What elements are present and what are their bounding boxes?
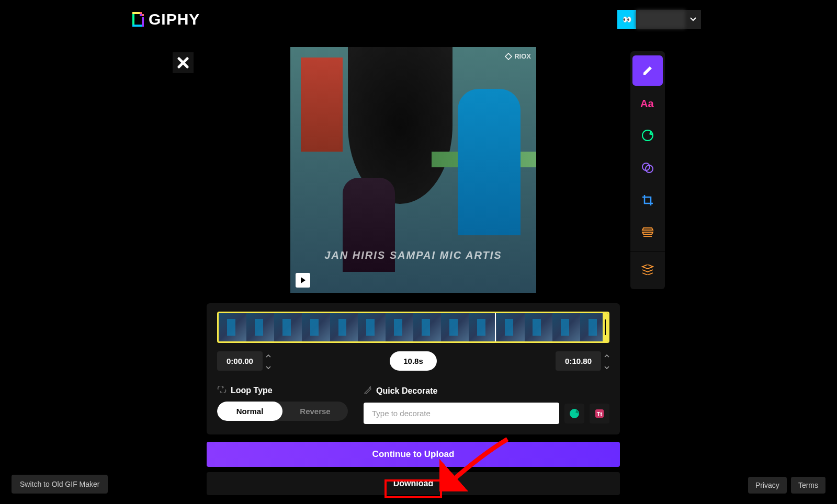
svg-rect-5 xyxy=(142,14,144,16)
svg-rect-2 xyxy=(142,17,144,27)
loop-label: Loop Type xyxy=(217,386,348,395)
giphy-logo-icon xyxy=(131,12,145,27)
end-time-group: 0:10.80 xyxy=(556,350,609,371)
time-controls: 0:00.00 10.8s 0:10.80 xyxy=(217,350,609,371)
svg-text:Aa: Aa xyxy=(640,98,654,109)
header: GIPHY 👀 xyxy=(0,6,837,32)
timeline-handle-end[interactable] xyxy=(603,313,608,341)
layers-icon xyxy=(641,227,654,238)
decorate-section: Quick Decorate Tt xyxy=(364,386,609,424)
tool-filter[interactable] xyxy=(632,153,663,183)
preview-image[interactable]: RIOX JAN HIRIS SAMPAI MIC ARTIS xyxy=(290,47,536,293)
loop-section: Loop Type Normal Reverse xyxy=(217,386,348,424)
download-button[interactable]: Download xyxy=(207,472,620,495)
stack-icon xyxy=(641,265,654,275)
start-time-down-icon[interactable] xyxy=(266,362,271,371)
filter-icon xyxy=(641,162,654,174)
continue-upload-button[interactable]: Continue to Upload xyxy=(207,442,620,467)
user-menu[interactable]: 👀 xyxy=(617,10,701,29)
svg-rect-4 xyxy=(140,12,142,14)
loop-reverse-button[interactable]: Reverse xyxy=(282,402,348,421)
svg-point-11 xyxy=(642,130,653,141)
editor-wrapper: RIOX JAN HIRIS SAMPAI MIC ARTIS 0:00.00 xyxy=(207,47,620,495)
play-icon xyxy=(299,277,307,284)
chevron-down-icon xyxy=(685,17,701,21)
loop-toggle: Normal Reverse xyxy=(217,402,348,421)
footer-links: Privacy Terms xyxy=(748,477,825,494)
tool-layers[interactable] xyxy=(632,217,663,248)
duration-pill[interactable]: 10.8s xyxy=(390,351,437,371)
tool-edit[interactable] xyxy=(632,55,663,86)
wand-icon xyxy=(364,386,372,396)
timeline-playhead[interactable] xyxy=(495,312,496,343)
preview-area: RIOX JAN HIRIS SAMPAI MIC ARTIS xyxy=(207,47,620,293)
loop-normal-button[interactable]: Normal xyxy=(217,402,282,421)
end-time-down-icon[interactable] xyxy=(604,362,609,371)
end-time-input[interactable]: 0:10.80 xyxy=(556,351,601,371)
decorate-text-button[interactable]: Tt xyxy=(590,404,609,423)
privacy-link[interactable]: Privacy xyxy=(748,477,787,494)
user-avatar: 👀 xyxy=(617,10,636,29)
svg-point-7 xyxy=(570,409,579,418)
preview-overlay-text: JAN HIRIS SAMPAI MIC ARTIS xyxy=(290,249,536,261)
timeline[interactable] xyxy=(217,312,609,343)
sticker-icon xyxy=(569,408,580,419)
giphy-logo-text: GIPHY xyxy=(149,10,200,28)
editor-panel: 0:00.00 10.8s 0:10.80 xyxy=(207,303,620,434)
start-time-group: 0:00.00 xyxy=(217,350,271,371)
svg-rect-6 xyxy=(140,14,142,16)
decorate-input[interactable] xyxy=(364,403,559,424)
terms-link[interactable]: Terms xyxy=(791,477,825,494)
start-time-up-icon[interactable] xyxy=(266,350,271,360)
svg-rect-0 xyxy=(132,14,134,25)
close-button[interactable] xyxy=(173,52,194,73)
decorate-sticker-button[interactable] xyxy=(564,404,584,423)
start-time-input[interactable]: 0:00.00 xyxy=(217,351,263,371)
text-tool-icon: Tt xyxy=(594,408,605,419)
tool-sticker[interactable] xyxy=(632,120,663,151)
close-icon xyxy=(177,57,189,68)
loop-icon xyxy=(217,386,227,395)
tool-stack[interactable] xyxy=(632,255,663,285)
svg-text:Tt: Tt xyxy=(597,411,603,417)
text-icon: Aa xyxy=(640,97,655,109)
options-row: Loop Type Normal Reverse Quick Decorate xyxy=(217,386,609,424)
crop-icon xyxy=(641,194,654,207)
pencil-icon xyxy=(642,65,653,76)
preview-watermark: RIOX xyxy=(505,52,531,60)
sticker-round-icon xyxy=(641,129,654,142)
play-button[interactable] xyxy=(296,273,310,288)
tool-crop[interactable] xyxy=(632,185,663,215)
giphy-logo[interactable]: GIPHY xyxy=(131,10,200,28)
tool-text[interactable]: Aa xyxy=(632,88,663,118)
end-time-up-icon[interactable] xyxy=(604,350,609,360)
decorate-label: Quick Decorate xyxy=(364,386,609,396)
tool-sidebar: Aa xyxy=(630,51,665,289)
switch-old-maker-button[interactable]: Switch to Old GIF Maker xyxy=(12,475,108,494)
user-name-blurred xyxy=(636,10,685,29)
svg-rect-3 xyxy=(132,12,140,14)
